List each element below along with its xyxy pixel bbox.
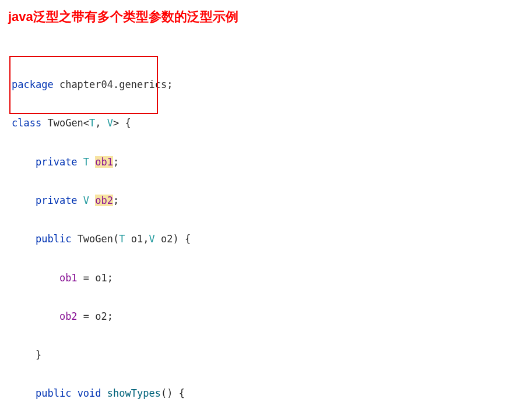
text: [78, 272, 83, 284]
text: [78, 156, 83, 168]
page-title: java泛型之带有多个类型参数的泛型示例: [8, 5, 524, 30]
var-o1: o1: [95, 272, 107, 284]
lt: <: [83, 117, 89, 129]
gt: >: [113, 117, 119, 129]
code-line: public void showTypes() {: [7, 384, 524, 403]
eq: =: [83, 272, 89, 284]
semicolon: ;: [167, 79, 173, 90]
field-ob1: ob1: [95, 156, 113, 168]
comma: ,: [143, 233, 149, 245]
text: [155, 233, 161, 245]
param-o2: o2: [161, 233, 173, 245]
keyword-void: void: [78, 387, 101, 399]
type-T: T: [83, 156, 89, 168]
code-line: ob1 = o1;: [7, 269, 524, 288]
text: [71, 233, 77, 245]
text: [78, 195, 83, 206]
code-line: private V ob2;: [7, 191, 524, 210]
semicolon: ;: [107, 310, 113, 322]
keyword-public: public: [36, 387, 71, 399]
type-param: V: [107, 117, 113, 129]
keyword-private: private: [36, 156, 78, 168]
keyword-private: private: [36, 195, 78, 206]
code-line: class TwoGen<T, V> {: [7, 114, 524, 133]
semicolon: ;: [113, 156, 119, 168]
rparen: ): [173, 233, 179, 245]
class-name: TwoGen: [47, 117, 83, 129]
text: [125, 233, 131, 245]
text: [101, 387, 107, 399]
field-ob1: ob1: [59, 272, 78, 284]
text: [89, 156, 95, 168]
code-line: package chapter04.generics;: [7, 75, 524, 94]
semicolon: ;: [113, 195, 119, 206]
type-T: T: [119, 233, 125, 245]
rparen: ): [167, 387, 173, 399]
text: [119, 117, 125, 129]
text: [89, 272, 95, 284]
text: [179, 233, 185, 245]
lparen: (: [161, 387, 167, 399]
param-o1: o1: [131, 233, 143, 245]
var-o2: o2: [95, 310, 107, 322]
code-line: ob2 = o2;: [7, 307, 524, 326]
text: [41, 117, 47, 129]
text: [101, 117, 107, 129]
comma: ,: [95, 117, 101, 129]
type-V: V: [83, 195, 89, 206]
field-ob2: ob2: [95, 195, 113, 206]
text: [54, 79, 59, 90]
constructor-name: TwoGen: [78, 233, 113, 245]
code-line: private T ob1;: [7, 153, 524, 172]
code-block: package chapter04.generics; class TwoGen…: [7, 37, 524, 420]
lparen: (: [113, 233, 119, 245]
code-line: }: [7, 345, 524, 365]
package-name: chapter04.generics: [59, 79, 167, 90]
lbrace: {: [179, 387, 185, 399]
type-param: T: [89, 117, 95, 129]
text: [89, 310, 95, 322]
field-ob2: ob2: [59, 310, 78, 322]
text: [78, 310, 83, 322]
lbrace: {: [185, 233, 191, 245]
semicolon: ;: [107, 272, 113, 284]
eq: =: [83, 310, 89, 322]
keyword-package: package: [12, 79, 54, 90]
type-V: V: [149, 233, 155, 245]
rbrace: }: [36, 349, 41, 361]
code-line: public TwoGen(T o1,V o2) {: [7, 230, 524, 249]
lbrace: {: [125, 117, 131, 129]
text: [71, 387, 77, 399]
keyword-public: public: [36, 233, 71, 245]
method-showTypes: showTypes: [107, 387, 161, 399]
text: [89, 195, 95, 206]
text: [173, 387, 178, 399]
keyword-class: class: [12, 117, 41, 129]
